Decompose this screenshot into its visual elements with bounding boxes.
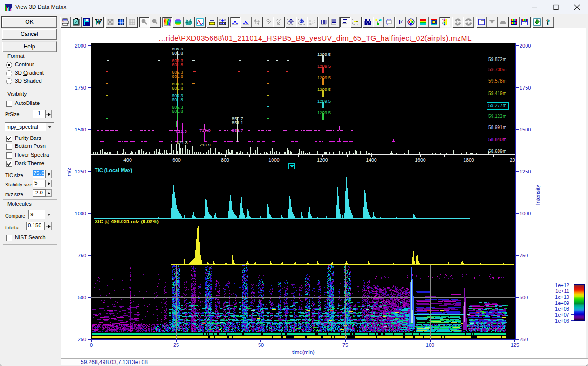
svg-text:621.3: 621.3 bbox=[176, 129, 187, 134]
svg-text:1000: 1000 bbox=[520, 211, 531, 216]
svg-text:1600: 1600 bbox=[415, 157, 426, 163]
svg-text:58.991m: 58.991m bbox=[488, 125, 506, 130]
svg-text:time(min): time(min) bbox=[292, 349, 315, 355]
svg-text:1750: 1750 bbox=[75, 85, 86, 90]
svg-text:59.730m: 59.730m bbox=[488, 67, 506, 72]
svg-text:59.578m: 59.578m bbox=[488, 78, 506, 83]
svg-text:1e+11: 1e+11 bbox=[555, 288, 569, 294]
svg-text:1e+09: 1e+09 bbox=[555, 300, 569, 306]
svg-text:601.8: 601.8 bbox=[172, 62, 183, 67]
svg-text:59.277m: 59.277m bbox=[488, 103, 506, 108]
svg-text:20: 20 bbox=[510, 157, 515, 163]
svg-text:m/z: m/z bbox=[66, 167, 72, 176]
svg-text:25: 25 bbox=[173, 342, 179, 348]
svg-text:1e+07: 1e+07 bbox=[555, 312, 569, 318]
svg-text:58.840m: 58.840m bbox=[488, 137, 506, 142]
svg-text:400: 400 bbox=[123, 157, 132, 163]
svg-text:1209.5: 1209.5 bbox=[317, 110, 331, 115]
svg-text:1209.5: 1209.5 bbox=[317, 63, 331, 69]
svg-text:601.8: 601.8 bbox=[172, 109, 183, 114]
svg-text:500: 500 bbox=[520, 295, 528, 300]
svg-text:500: 500 bbox=[78, 295, 86, 300]
svg-text:250: 250 bbox=[78, 337, 86, 342]
svg-text:1500: 1500 bbox=[75, 127, 86, 132]
svg-text:718.9: 718.9 bbox=[199, 128, 211, 133]
svg-text:1209.5: 1209.5 bbox=[317, 98, 331, 104]
svg-text:1e+12: 1e+12 bbox=[555, 283, 569, 288]
svg-text:1e+08: 1e+08 bbox=[555, 306, 569, 311]
svg-text:601.8: 601.8 bbox=[172, 97, 183, 102]
svg-text:1e+10: 1e+10 bbox=[555, 294, 569, 300]
svg-text:601.8: 601.8 bbox=[172, 74, 183, 79]
svg-text:1200: 1200 bbox=[317, 157, 328, 163]
svg-text:800: 800 bbox=[221, 157, 229, 163]
svg-text:XIC @ 498.031 m/z (0.02%): XIC @ 498.031 m/z (0.02%) bbox=[95, 219, 159, 224]
svg-text:0: 0 bbox=[90, 342, 93, 348]
svg-text:59.419m: 59.419m bbox=[488, 91, 506, 96]
svg-text:621.3: 621.3 bbox=[177, 140, 188, 145]
svg-text:1800: 1800 bbox=[463, 157, 474, 163]
svg-text:50: 50 bbox=[258, 342, 264, 348]
svg-text:1000: 1000 bbox=[268, 157, 280, 163]
svg-text:1750: 1750 bbox=[520, 85, 531, 90]
svg-text:718.9: 718.9 bbox=[199, 142, 211, 147]
svg-text:1000: 1000 bbox=[75, 211, 86, 216]
svg-text:125: 125 bbox=[511, 342, 519, 348]
svg-text:1250: 1250 bbox=[520, 169, 531, 174]
svg-text:1209.5: 1209.5 bbox=[317, 52, 331, 57]
svg-text:2000: 2000 bbox=[520, 43, 531, 48]
svg-text:1400: 1400 bbox=[366, 157, 377, 163]
svg-text:601.8: 601.8 bbox=[172, 85, 183, 90]
svg-text:2000: 2000 bbox=[75, 43, 86, 48]
svg-text:TIC (Local Max): TIC (Local Max) bbox=[95, 167, 133, 173]
svg-text:750: 750 bbox=[520, 253, 528, 258]
svg-text:1209.5: 1209.5 bbox=[317, 75, 331, 80]
svg-text:600: 600 bbox=[172, 157, 181, 163]
svg-text:1250: 1250 bbox=[75, 169, 86, 174]
svg-text:601.8: 601.8 bbox=[172, 50, 183, 55]
svg-text:750: 750 bbox=[78, 253, 86, 258]
svg-text:75: 75 bbox=[342, 342, 348, 348]
svg-text:100: 100 bbox=[426, 342, 434, 348]
svg-text:59.872m: 59.872m bbox=[488, 57, 506, 62]
svg-text:1e+06: 1e+06 bbox=[555, 318, 569, 324]
svg-text:250: 250 bbox=[520, 337, 528, 342]
svg-text:59.123m: 59.123m bbox=[488, 114, 506, 119]
svg-text:1500: 1500 bbox=[520, 127, 531, 132]
svg-text:1209.5: 1209.5 bbox=[317, 87, 331, 92]
svg-text:Intensity: Intensity bbox=[535, 185, 540, 205]
svg-text:58.689m: 58.689m bbox=[488, 149, 506, 154]
